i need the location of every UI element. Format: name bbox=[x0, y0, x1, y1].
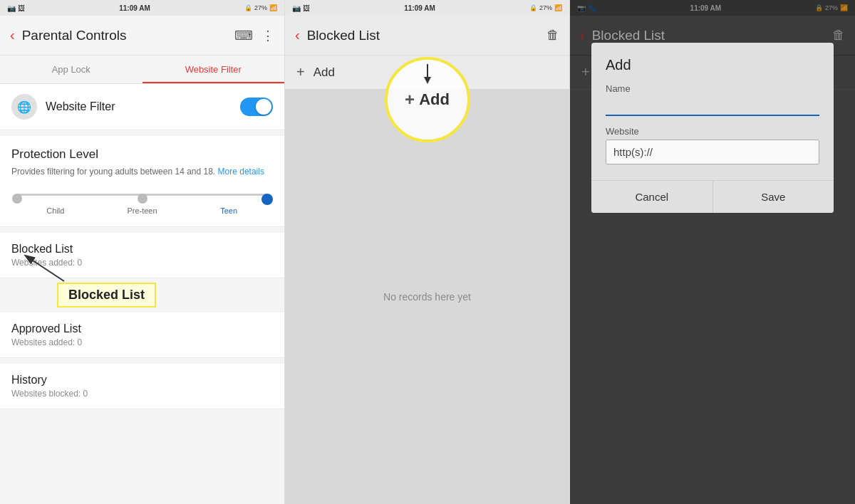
add-row-2[interactable]: + Add bbox=[285, 56, 569, 90]
slider-track bbox=[17, 194, 267, 196]
approved-list-title: Approved List bbox=[11, 322, 273, 335]
status-bar-2: 📷 🖼 11:09 AM 🔒 27% 📶 bbox=[285, 0, 569, 16]
protection-level-desc: Provides filtering for young adults betw… bbox=[11, 166, 273, 178]
status-left-1: 📷 🖼 bbox=[7, 4, 25, 12]
dialog-title: Add bbox=[591, 43, 834, 83]
add-label-2: Add bbox=[314, 65, 335, 80]
trash-icon-2[interactable]: 🗑 bbox=[546, 28, 559, 43]
website-filter-label: Website Filter bbox=[46, 100, 240, 113]
blocked-list-title: Blocked List bbox=[11, 243, 273, 256]
website-filter-row: 🌐 Website Filter bbox=[0, 84, 284, 130]
lock-icon-2: 🔒 bbox=[529, 4, 537, 11]
dialog-actions: Cancel Save bbox=[591, 180, 834, 213]
slider-label-preteen: Pre-teen bbox=[100, 206, 185, 215]
blocked-list-dark-panel: 📷 🐾 11:09 AM 🔒 27% 📶 ‹ Blocked List 🗑 + … bbox=[570, 0, 855, 504]
status-left-2: 📷 🖼 bbox=[292, 4, 310, 12]
add-dialog: Add Name Website Cancel Save bbox=[591, 43, 834, 213]
slider-label-teen: Teen bbox=[186, 206, 271, 215]
dialog-website-field: Website bbox=[591, 126, 834, 174]
status-media-icon-2: 📷 bbox=[292, 4, 301, 12]
empty-text: No records here yet bbox=[383, 291, 471, 303]
history-title: History bbox=[11, 374, 273, 387]
header-icons-2: 🗑 bbox=[546, 28, 559, 43]
empty-area: No records here yet bbox=[285, 90, 569, 504]
status-right-1: 🔒 27% 📶 bbox=[244, 4, 277, 11]
more-details-link[interactable]: More details bbox=[218, 167, 264, 177]
slider-label-child: Child bbox=[13, 206, 98, 215]
tabs-container: App Lock Website Filter bbox=[0, 56, 284, 84]
status-time-2: 11:09 AM bbox=[404, 4, 435, 12]
blocked-list-header-title: Blocked List bbox=[307, 28, 546, 43]
dialog-name-label: Name bbox=[606, 83, 819, 94]
parental-controls-panel: 📷 🖼 11:09 AM 🔒 27% 📶 ‹ Parental Controls… bbox=[0, 0, 285, 504]
history-item[interactable]: History Websites blocked: 0 bbox=[0, 364, 284, 409]
dialog-name-input[interactable] bbox=[606, 97, 819, 116]
header-icons-1: ⌨ ⋮ bbox=[234, 28, 274, 43]
blocked-list-callout-wrapper: Blocked List bbox=[57, 283, 156, 308]
dialog-website-label: Website bbox=[606, 126, 819, 137]
panel1-content: 🌐 Website Filter Protection Level Provid… bbox=[0, 84, 284, 504]
blocked-list-panel: 📷 🖼 11:09 AM 🔒 27% 📶 ‹ Blocked List 🗑 + … bbox=[285, 0, 570, 504]
back-button-1[interactable]: ‹ bbox=[10, 27, 15, 43]
signal-icon-2: 📶 bbox=[554, 4, 562, 11]
slider-labels: Child Pre-teen Teen bbox=[11, 206, 273, 215]
status-img-icon-2: 🖼 bbox=[303, 4, 310, 12]
blocked-list-callout: Blocked List bbox=[57, 283, 156, 308]
history-sub: Websites blocked: 0 bbox=[11, 389, 273, 399]
blocked-list-header: ‹ Blocked List 🗑 bbox=[285, 16, 569, 56]
dialog-name-field: Name bbox=[591, 83, 834, 126]
parental-controls-title: Parental Controls bbox=[22, 28, 234, 43]
protection-level-title: Protection Level bbox=[11, 147, 273, 162]
dialog-cancel-button[interactable]: Cancel bbox=[591, 181, 712, 213]
approved-list-sub: Websites added: 0 bbox=[11, 337, 273, 347]
status-media-icon: 📷 bbox=[7, 4, 16, 12]
toggle-knob bbox=[256, 99, 271, 115]
protection-slider-row bbox=[11, 189, 273, 201]
parental-controls-header: ‹ Parental Controls ⌨ ⋮ bbox=[0, 16, 284, 56]
dialog-website-input[interactable] bbox=[606, 140, 819, 164]
tab-app-lock[interactable]: App Lock bbox=[0, 56, 142, 83]
dialog-save-button[interactable]: Save bbox=[712, 181, 834, 213]
website-filter-icon: 🌐 bbox=[11, 94, 37, 120]
blocked-list-sub: Websites added: 0 bbox=[11, 258, 273, 268]
lock-icon: 🔒 bbox=[244, 4, 252, 11]
slider-track-container bbox=[17, 189, 267, 201]
slider-dot-preteen[interactable] bbox=[138, 194, 147, 204]
status-time-1: 11:09 AM bbox=[119, 4, 150, 12]
signal-icon-1: 📶 bbox=[269, 4, 277, 11]
approved-list-item[interactable]: Approved List Websites added: 0 bbox=[0, 313, 284, 358]
tab-website-filter[interactable]: Website Filter bbox=[142, 56, 285, 83]
blocked-list-item[interactable]: Blocked List Websites added: 0 Blocked L… bbox=[0, 233, 284, 278]
status-img-icon: 🖼 bbox=[18, 4, 25, 12]
website-filter-toggle[interactable] bbox=[240, 98, 273, 116]
add-plus-icon-2: + bbox=[296, 64, 305, 80]
battery-text-1: 27% bbox=[254, 4, 267, 11]
slider-dot-teen[interactable] bbox=[261, 194, 273, 205]
protection-level-block: Protection Level Provides filtering for … bbox=[0, 136, 284, 227]
keyboard-icon[interactable]: ⌨ bbox=[234, 28, 253, 43]
dialog-overlay: Add Name Website Cancel Save bbox=[570, 0, 855, 504]
more-options-icon[interactable]: ⋮ bbox=[261, 28, 274, 43]
slider-dot-child[interactable] bbox=[12, 194, 22, 204]
battery-text-2: 27% bbox=[539, 4, 552, 11]
back-button-2[interactable]: ‹ bbox=[295, 27, 300, 43]
status-right-2: 🔒 27% 📶 bbox=[529, 4, 562, 11]
status-bar-1: 📷 🖼 11:09 AM 🔒 27% 📶 bbox=[0, 0, 284, 16]
